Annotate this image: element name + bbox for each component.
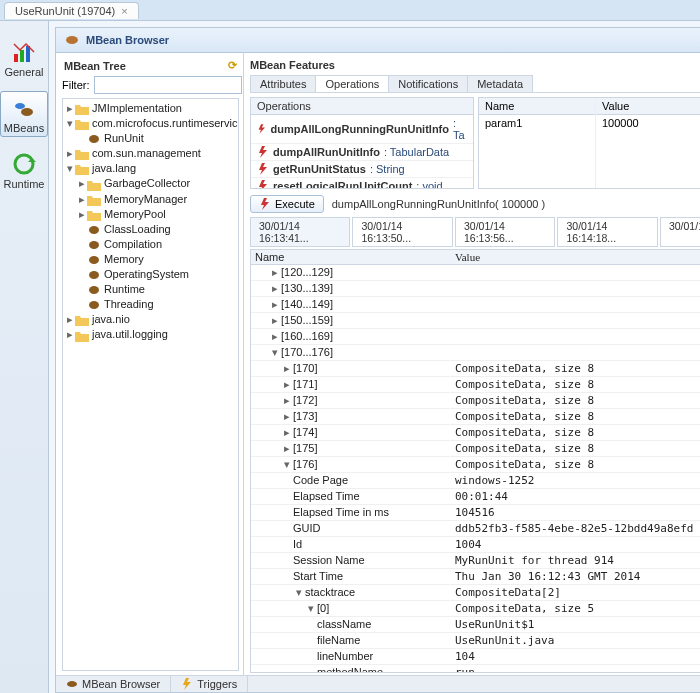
operation-item[interactable]: resetLogicalRunUnitCount: void: [251, 178, 473, 189]
result-grid[interactable]: NameValue ▸[120...129] ▸[130...139] ▸[14…: [250, 249, 700, 673]
result-key[interactable]: GUID: [293, 522, 321, 534]
result-key[interactable]: fileName: [317, 634, 360, 646]
rail-item-runtime[interactable]: Runtime: [0, 147, 48, 193]
tree-node[interactable]: JMImplementation: [92, 102, 182, 114]
rail-item-general[interactable]: General: [0, 35, 48, 81]
operation-item[interactable]: dumpAllRunUnitInfo: TabularData: [251, 144, 473, 161]
collapse-icon[interactable]: ▾: [65, 162, 75, 175]
call-tab[interactable]: 30/01/14 16:13:50...: [352, 217, 452, 247]
expand-icon[interactable]: ▸: [65, 147, 75, 160]
tree-node[interactable]: java.nio: [92, 313, 130, 325]
param-value[interactable]: 100000: [596, 115, 700, 131]
expand-icon[interactable]: ▸: [269, 298, 281, 311]
result-key[interactable]: Id: [293, 538, 302, 550]
rail-item-mbeans[interactable]: MBeans: [0, 91, 48, 137]
expand-icon[interactable]: ▸: [269, 330, 281, 343]
call-tab[interactable]: 30/01/14 16:14:18...: [557, 217, 657, 247]
collapse-icon[interactable]: ▾: [269, 346, 281, 359]
tree-node[interactable]: Memory: [104, 253, 144, 265]
operations-list[interactable]: Operations dumpAllLongRunningRunUnitInfo…: [250, 97, 474, 189]
result-key[interactable]: Elapsed Time in ms: [293, 506, 389, 518]
result-key[interactable]: [170...176]: [281, 346, 333, 358]
result-key[interactable]: methodName: [317, 666, 383, 673]
mbean-tree[interactable]: ▸JMImplementation ▾com.microfocus.runtim…: [62, 98, 239, 671]
expand-icon[interactable]: ▸: [77, 177, 87, 190]
tab-operations[interactable]: Operations: [315, 75, 389, 92]
expand-icon[interactable]: ▸: [269, 266, 281, 279]
result-key[interactable]: [172]: [293, 394, 317, 406]
expand-icon[interactable]: ▸: [65, 102, 75, 115]
result-key[interactable]: [173]: [293, 410, 317, 422]
result-key[interactable]: [170]: [293, 362, 317, 374]
refresh-icon[interactable]: ⟳: [228, 59, 237, 72]
window-tab[interactable]: UseRunUnit (19704) ×: [4, 2, 139, 19]
result-key[interactable]: [171]: [293, 378, 317, 390]
result-key[interactable]: Start Time: [293, 570, 343, 582]
result-key[interactable]: Code Page: [293, 474, 348, 486]
folder-icon: [87, 179, 101, 191]
tree-node[interactable]: Compilation: [104, 238, 162, 250]
tree-node[interactable]: java.lang: [92, 162, 136, 174]
result-key[interactable]: [130...139]: [281, 282, 333, 294]
call-tab[interactable]: 30/01/1: [660, 217, 700, 247]
collapse-icon[interactable]: ▾: [281, 458, 293, 471]
result-key[interactable]: [174]: [293, 426, 317, 438]
param-grid[interactable]: Name param1 Value 100000: [478, 97, 700, 189]
result-key[interactable]: [176]: [293, 458, 317, 470]
result-key[interactable]: [175]: [293, 442, 317, 454]
result-key[interactable]: Elapsed Time: [293, 490, 360, 502]
result-value: 00:01:44: [451, 489, 700, 504]
tree-node[interactable]: com.microfocus.runtimeservices: [92, 117, 239, 129]
expand-icon[interactable]: ▸: [281, 442, 293, 455]
expand-icon[interactable]: ▸: [65, 313, 75, 326]
tab-notifications[interactable]: Notifications: [388, 75, 468, 92]
expand-icon[interactable]: ▸: [269, 282, 281, 295]
tree-node[interactable]: MemoryManager: [104, 193, 187, 205]
tree-node[interactable]: MemoryPool: [104, 208, 166, 220]
collapse-icon[interactable]: ▾: [305, 602, 317, 615]
param-name[interactable]: param1: [479, 115, 595, 131]
collapse-icon[interactable]: ▾: [293, 586, 305, 599]
expand-icon[interactable]: ▸: [281, 426, 293, 439]
expand-icon[interactable]: ▸: [281, 378, 293, 391]
tree-node[interactable]: OperatingSystem: [104, 268, 189, 280]
page-title: MBean Browser: [86, 34, 169, 46]
tab-attributes[interactable]: Attributes: [250, 75, 316, 92]
tab-metadata[interactable]: Metadata: [467, 75, 533, 92]
tree-node[interactable]: GarbageCollector: [104, 177, 190, 189]
expand-icon[interactable]: ▸: [77, 193, 87, 206]
operation-item[interactable]: dumpAllLongRunningRunUnitInfo: Ta: [251, 115, 473, 144]
expand-icon[interactable]: ▸: [77, 208, 87, 221]
expand-icon[interactable]: ▸: [269, 314, 281, 327]
close-icon[interactable]: ×: [121, 5, 127, 17]
result-key[interactable]: className: [317, 618, 371, 630]
param-head-name: Name: [479, 98, 595, 115]
expand-icon[interactable]: ▸: [281, 410, 293, 423]
execute-button[interactable]: Execute: [250, 195, 324, 213]
filter-input[interactable]: [94, 76, 242, 94]
result-key[interactable]: [140...149]: [281, 298, 333, 310]
result-key[interactable]: stacktrace: [305, 586, 355, 598]
result-key[interactable]: [120...129]: [281, 266, 333, 278]
tree-node[interactable]: ClassLoading: [104, 223, 171, 235]
result-key[interactable]: Session Name: [293, 554, 365, 566]
call-tab[interactable]: 30/01/14 16:13:56...: [455, 217, 555, 247]
expand-icon[interactable]: ▸: [281, 362, 293, 375]
result-key[interactable]: [0]: [317, 602, 329, 614]
tree-node[interactable]: java.util.logging: [92, 328, 168, 340]
bottom-tab-browser[interactable]: MBean Browser: [56, 676, 171, 692]
result-key[interactable]: [150...159]: [281, 314, 333, 326]
call-tab[interactable]: 30/01/14 16:13:41...: [250, 217, 350, 247]
expand-icon[interactable]: ▸: [65, 328, 75, 341]
result-key[interactable]: [160...169]: [281, 330, 333, 342]
bottom-tab-triggers[interactable]: Triggers: [171, 676, 248, 692]
tree-node[interactable]: com.sun.management: [92, 147, 201, 159]
expand-icon[interactable]: ▸: [281, 394, 293, 407]
result-key[interactable]: lineNumber: [317, 650, 373, 662]
tree-node[interactable]: Threading: [104, 298, 154, 310]
tree-node[interactable]: Runtime: [104, 283, 145, 295]
bottom-tabs: MBean Browser Triggers: [56, 675, 700, 692]
tree-node[interactable]: RunUnit: [104, 132, 144, 144]
collapse-icon[interactable]: ▾: [65, 117, 75, 130]
operation-item[interactable]: getRunUnitStatus: String: [251, 161, 473, 178]
